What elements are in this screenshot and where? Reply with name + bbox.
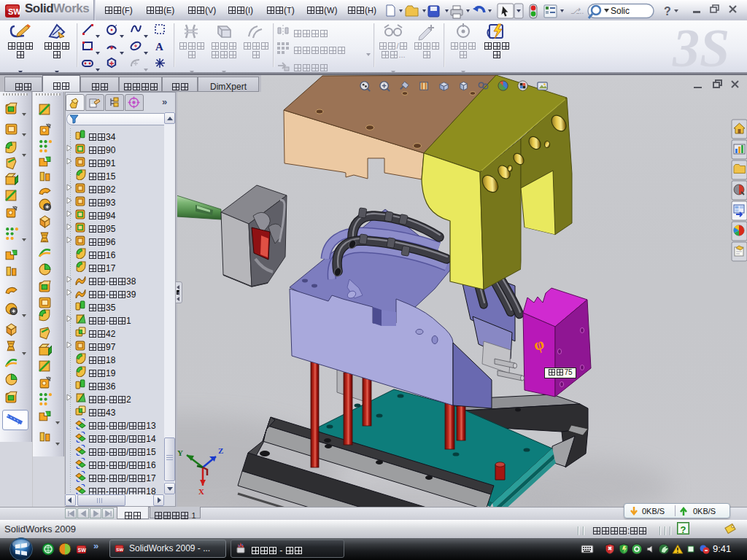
svg-text:SW: SW [8,7,21,16]
svg-text:Solic: Solic [611,6,630,16]
svg-text:Z: Z [218,446,223,455]
svg-text:X: X [198,487,204,496]
svg-text:SW: SW [116,547,123,552]
svg-text:Y: Y [177,448,183,457]
svg-text:⎇..: ⎇.. [570,7,584,15]
svg-text:A: A [155,41,163,52]
svg-text:?: ? [664,5,671,18]
svg-text:SW: SW [78,548,87,553]
